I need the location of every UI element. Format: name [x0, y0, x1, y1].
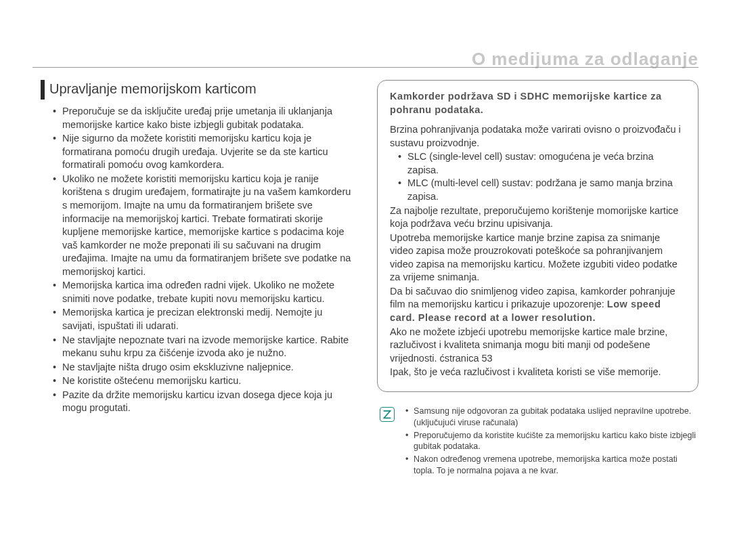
section-title: Upravljanje memorijskom karticom	[49, 80, 257, 100]
box-paragraph: Brzina pohranjivanja podataka može varir…	[390, 123, 686, 150]
note-icon	[380, 407, 395, 422]
list-item: Ne stavljajte ništa drugo osim ekskluziv…	[53, 361, 355, 374]
list-item: Preporučujemo da koristite kućište za me…	[405, 430, 699, 453]
list-item: Nakon određenog vremena upotrebe, memori…	[405, 454, 699, 477]
note-list: Samsung nije odgovoran za gubitak podata…	[404, 406, 699, 478]
list-item: Ne stavljajte nepoznate tvari na izvode …	[53, 334, 355, 360]
right-column: Kamkorder podržava SD i SDHC memorijske …	[377, 80, 699, 478]
header-rule	[32, 67, 699, 68]
note-block: Samsung nije odgovoran za gubitak podata…	[377, 406, 699, 478]
page-columns: Upravljanje memorijskom karticom Preporu…	[41, 80, 699, 478]
box-paragraph: Za najbolje rezultate, preporučujemo kor…	[390, 204, 686, 231]
box-title: Kamkorder podržava SD i SDHC memorijske …	[390, 90, 686, 116]
box-paragraph: Da bi sačuvao dio snimljenog video zapis…	[390, 285, 686, 325]
list-item: Nije sigurno da možete koristiti memorij…	[53, 132, 355, 172]
box-sublist: SLC (single-level cell) sustav: omogućen…	[390, 150, 686, 203]
info-box: Kamkorder podržava SD i SDHC memorijske …	[377, 80, 699, 392]
list-item: Samsung nije odgovoran za gubitak podata…	[405, 406, 699, 429]
box-paragraph: Upotreba memorijske kartice manje brzine…	[390, 232, 686, 284]
box-paragraph: Ako ne možete izbjeći upotrebu memorijsk…	[390, 326, 686, 366]
list-item: Preporučuje se da isključite uređaj prij…	[53, 105, 355, 131]
list-item: Memorijska kartica je precizan elektrons…	[53, 306, 355, 332]
box-paragraph: Ipak, što je veća razlučivost i kvalitet…	[390, 366, 686, 379]
list-item: Pazite da držite memorijsku karticu izva…	[53, 389, 355, 415]
left-column: Upravljanje memorijskom karticom Preporu…	[41, 80, 362, 478]
section-bar-icon	[41, 80, 45, 100]
list-item: Ukoliko ne možete koristiti memorijsku k…	[53, 173, 355, 279]
list-item: MLC (multi-level cell) sustav: podržana …	[398, 177, 686, 203]
list-item: SLC (single-level cell) sustav: omogućen…	[398, 150, 686, 177]
section-bullet-list: Preporučuje se da isključite uređaj prij…	[41, 105, 355, 415]
section-title-wrap: Upravljanje memorijskom karticom	[41, 80, 355, 100]
list-item: Memorijska kartica ima određen radni vij…	[53, 279, 355, 305]
list-item: Ne koristite oštećenu memorijsku karticu…	[53, 374, 355, 388]
